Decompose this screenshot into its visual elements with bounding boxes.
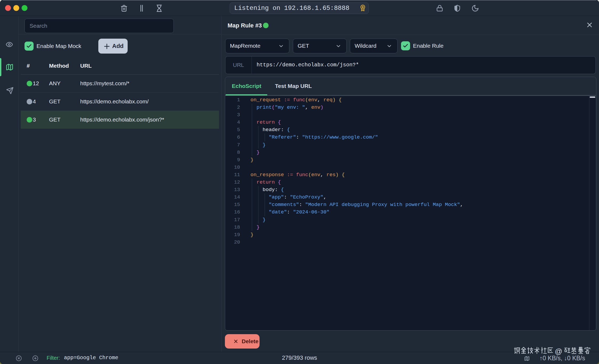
svg-text:@: @ <box>555 347 562 355</box>
